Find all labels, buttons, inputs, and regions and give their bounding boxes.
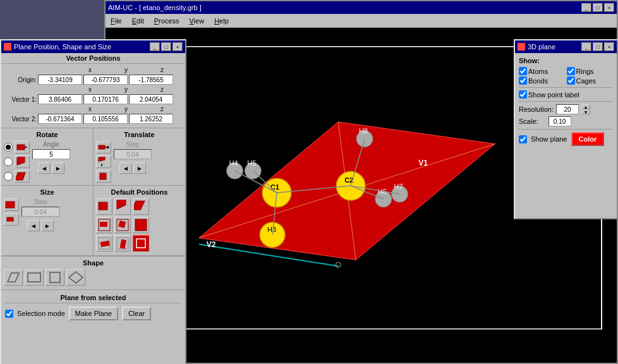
3d-plane-restore-button[interactable]: □ <box>593 42 603 51</box>
v2-y-input[interactable] <box>83 114 128 124</box>
svg-rect-54 <box>135 219 147 231</box>
plane-restore-button[interactable]: □ <box>161 42 171 51</box>
shape-diamond-button[interactable] <box>66 269 85 286</box>
v1-label: Vector 1: <box>4 96 37 103</box>
bonds-option: Bonds <box>519 76 566 85</box>
3d-plane-close-button[interactable]: × <box>604 42 614 51</box>
rotate-left-button[interactable]: ◄ <box>38 162 51 174</box>
menu-view[interactable]: View <box>186 16 207 25</box>
pos-custom1-button[interactable] <box>96 217 112 233</box>
rotate-xz-button[interactable] <box>15 155 30 168</box>
pos-custom2-button[interactable] <box>114 217 131 233</box>
show-plane-checkbox[interactable] <box>519 135 527 143</box>
shape-square-button[interactable] <box>45 269 64 286</box>
rotate-xy-button[interactable] <box>15 141 30 154</box>
rotate-radio-3[interactable] <box>4 172 13 181</box>
vector-positions-header: Vector Positions <box>1 53 185 64</box>
bonds-checkbox[interactable] <box>519 76 527 85</box>
color-button[interactable]: Color <box>571 132 605 146</box>
resolution-up-button[interactable]: ▲ <box>581 104 590 109</box>
size-expand-button[interactable] <box>4 198 19 211</box>
rotate-right-button[interactable]: ► <box>52 162 64 174</box>
cages-label: Cages <box>576 77 597 85</box>
svg-text:H3: H3 <box>267 226 276 233</box>
show-point-label-checkbox[interactable] <box>519 90 527 99</box>
rotate-radio-1[interactable] <box>4 143 13 152</box>
3d-plane-content: Show: Atoms Rings Bonds Cages Show point… <box>515 53 617 150</box>
scale-input[interactable] <box>548 116 571 126</box>
atoms-label: Atoms <box>528 68 548 75</box>
default-positions-column: Default Positions <box>94 186 185 255</box>
v1-x-input[interactable] <box>38 94 82 104</box>
size-arrow-row: ◄ ► <box>27 220 54 231</box>
shape-parallelogram-button[interactable] <box>4 269 23 286</box>
v2-x-input[interactable] <box>38 114 82 124</box>
angle-controls: Angle ◄ ► <box>32 141 70 174</box>
close-button[interactable]: × <box>604 3 614 12</box>
v2-z-input[interactable] <box>129 114 173 124</box>
plane-window-title: Plane Position, Shape and Size <box>14 43 111 51</box>
rings-option: Rings <box>567 67 614 75</box>
size-step-input[interactable] <box>21 207 59 217</box>
translate-y-button[interactable] <box>96 155 111 168</box>
step-input[interactable] <box>114 149 152 159</box>
show-plane-label: Show plane <box>531 135 567 143</box>
translate-x-button[interactable] <box>96 141 111 154</box>
v1-y-input[interactable] <box>83 94 128 104</box>
rotate-row-1 <box>4 141 30 154</box>
pos-xy-button[interactable] <box>96 198 112 215</box>
angle-input[interactable] <box>32 149 70 159</box>
menu-file[interactable]: File <box>108 16 124 25</box>
svg-rect-48 <box>117 200 126 209</box>
plane-close-button[interactable]: × <box>173 42 183 51</box>
pos-custom6-button[interactable] <box>133 235 149 252</box>
main-title-bar: AIM-UC - [ etano_density.grb ] _ □ × <box>106 1 617 14</box>
resolution-down-button[interactable]: ▼ <box>581 109 590 114</box>
svg-rect-38 <box>16 173 25 180</box>
show-point-label-option: Show point label <box>519 90 613 99</box>
svg-rect-44 <box>100 173 106 179</box>
origin-z-input[interactable] <box>129 75 173 85</box>
svg-rect-63 <box>50 272 60 282</box>
atoms-checkbox[interactable] <box>519 67 527 75</box>
menu-process[interactable]: Process <box>152 16 182 25</box>
maximize-button[interactable]: □ <box>593 3 603 12</box>
make-plane-button[interactable]: Make Plane <box>69 306 118 320</box>
plane-minimize-button[interactable]: _ <box>150 42 160 51</box>
translate-controls: Step ◄ ► <box>96 141 183 183</box>
selection-mode-checkbox[interactable] <box>5 310 13 318</box>
rings-checkbox[interactable] <box>567 67 575 75</box>
3d-plane-title: 3D plane <box>528 43 555 51</box>
3d-plane-minimize-button[interactable]: _ <box>581 42 591 51</box>
cages-checkbox[interactable] <box>567 76 575 85</box>
rotate-row-3 <box>4 170 30 183</box>
origin-y-input[interactable] <box>83 75 128 85</box>
v1-z-input[interactable] <box>129 94 173 104</box>
rotate-yz-button[interactable] <box>15 170 30 183</box>
size-shrink-button[interactable] <box>4 213 19 226</box>
clear-button[interactable]: Clear <box>122 306 151 320</box>
translate-back-button[interactable]: ◄ <box>119 162 132 174</box>
pos-custom4-button[interactable] <box>96 235 112 252</box>
svg-rect-53 <box>118 221 126 228</box>
menu-help[interactable]: Help <box>212 16 231 25</box>
rotate-translate-section: Rotate <box>1 128 185 186</box>
translate-fwd-button[interactable]: ► <box>133 162 146 174</box>
size-dec-button[interactable]: ◄ <box>27 220 40 231</box>
translate-column: Translate <box>94 128 185 185</box>
pos-custom5-button[interactable] <box>114 235 131 252</box>
menu-edit[interactable]: Edit <box>130 16 147 25</box>
origin-x-input[interactable] <box>38 75 82 85</box>
size-inc-button[interactable]: ► <box>41 220 54 231</box>
origin-row: Origin: <box>4 75 183 85</box>
resolution-input[interactable] <box>556 104 579 114</box>
shape-rect-button[interactable] <box>25 269 44 286</box>
rotate-radio-2[interactable] <box>4 157 13 166</box>
minimize-button[interactable]: _ <box>581 3 591 12</box>
size-default-section: Size Step ◄ ► <box>1 186 185 256</box>
plane-from-selected-header: Plane from selected <box>5 293 181 303</box>
pos-xz-button[interactable] <box>114 198 131 215</box>
pos-custom3-button[interactable] <box>133 217 149 233</box>
translate-z-button[interactable] <box>96 170 111 183</box>
pos-yz-button[interactable] <box>133 198 149 215</box>
